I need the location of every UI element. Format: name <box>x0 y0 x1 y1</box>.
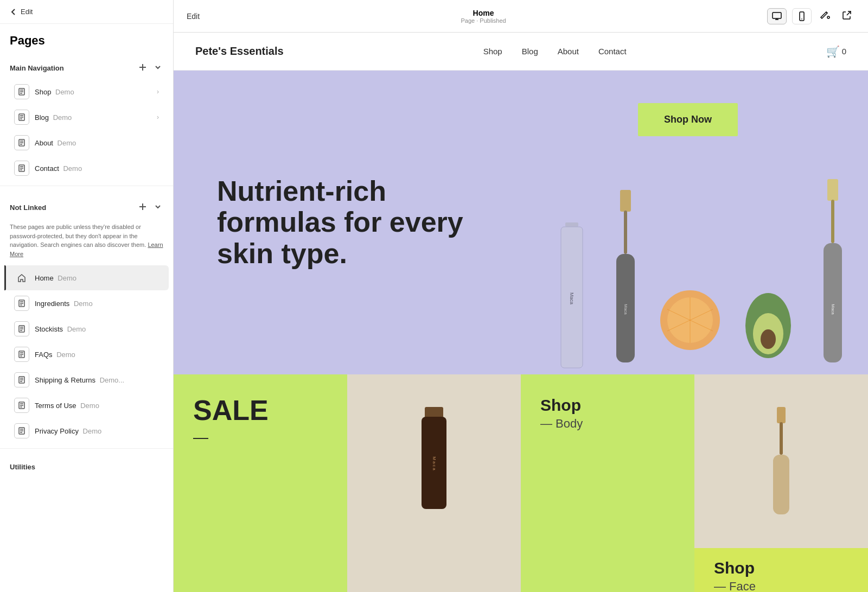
shop-body-cell: Shop — Body <box>521 374 694 548</box>
product-grid-section: SALE — Maca Shop — Body <box>174 374 868 548</box>
nav-item-stockists[interactable]: Stockists Demo <box>4 316 169 341</box>
product-grid-section-2: Shop — Face <box>174 548 868 592</box>
nav-item-faqs-demo: Demo <box>56 351 75 359</box>
not-linked-section-header: Not Linked <box>0 193 173 218</box>
svg-line-50 <box>847 11 851 15</box>
hero-products: Maca Maca <box>550 81 852 374</box>
svg-rect-67 <box>831 200 834 243</box>
svg-rect-75 <box>773 455 789 514</box>
design-button[interactable] <box>817 7 833 25</box>
main-nav-actions <box>137 62 163 74</box>
nav-item-ingredients-label: Ingredients <box>35 300 69 308</box>
nav-item-blog-demo: Demo <box>53 113 72 122</box>
svg-rect-68 <box>824 243 842 362</box>
nav-link-about[interactable]: About <box>558 47 579 56</box>
page-title: Pages <box>0 24 173 53</box>
nav-item-stockists-label: Stockists <box>35 325 63 333</box>
site-logo: Pete's Essentials <box>195 45 284 58</box>
svg-text:Maca: Maca <box>432 456 437 472</box>
empty-cell-1 <box>174 548 347 592</box>
site-nav-links: Shop Blog About Contact <box>483 47 627 56</box>
nav-link-contact[interactable]: Contact <box>598 47 627 56</box>
site-cart[interactable]: 🛒 0 <box>826 45 846 58</box>
external-link-button[interactable] <box>839 7 855 25</box>
nav-item-blog[interactable]: Blog Demo › <box>4 105 169 130</box>
page-icon <box>14 84 29 99</box>
shop-body-title: Shop <box>540 396 675 415</box>
back-button[interactable]: Edit <box>10 8 33 16</box>
svg-text:Maca: Maca <box>831 304 835 315</box>
nav-item-faqs[interactable]: FAQs Demo <box>4 342 169 367</box>
nav-item-privacy-demo: Demo <box>83 427 102 435</box>
left-panel: Edit Pages Main Navigation <box>0 0 174 592</box>
nav-item-terms-demo: Demo <box>80 402 99 410</box>
nav-item-faqs-label: FAQs <box>35 351 53 359</box>
nav-item-privacy[interactable]: Privacy Policy Demo <box>4 418 169 443</box>
divider-1 <box>0 186 173 186</box>
sale-dash: — <box>193 429 328 446</box>
nav-item-home[interactable]: Home Demo <box>4 265 169 290</box>
svg-text:Maca: Maca <box>623 304 628 315</box>
not-linked-add-button[interactable] <box>137 201 148 214</box>
shop-face-text-cell: Shop — Face <box>694 548 868 592</box>
nav-item-ingredients-demo: Demo <box>74 300 93 308</box>
nav-item-terms-label: Terms of Use <box>35 402 76 410</box>
empty-cell-2 <box>347 548 521 592</box>
svg-rect-66 <box>827 179 838 201</box>
edit-button[interactable]: Edit <box>187 12 200 21</box>
product-image-cell-1: Maca <box>347 374 521 548</box>
sale-cell: SALE — <box>174 374 347 548</box>
nav-link-shop[interactable]: Shop <box>483 47 502 56</box>
nav-item-contact[interactable]: Contact Demo <box>4 156 169 181</box>
page-icon <box>14 110 29 125</box>
svg-point-49 <box>827 16 829 18</box>
not-linked-section: Not Linked These pages are public unless… <box>0 193 173 444</box>
preview-frame: Pete's Essentials Shop Blog About Contac… <box>174 33 868 592</box>
main-nav-collapse-button[interactable] <box>152 62 163 74</box>
nav-link-blog[interactable]: Blog <box>522 47 538 56</box>
hero-section: Nutrient-rich formulas for every skin ty… <box>174 71 868 374</box>
page-icon <box>14 423 29 438</box>
page-icon <box>14 135 29 150</box>
main-nav-add-button[interactable] <box>137 62 148 74</box>
nav-item-shipping[interactable]: Shipping & Returns Demo... <box>4 367 169 392</box>
toolbar-page-status: Page · Published <box>461 17 506 24</box>
site-nav: Pete's Essentials Shop Blog About Contac… <box>174 33 868 71</box>
divider-2 <box>0 448 173 449</box>
hero-headline: Nutrient-rich formulas for every skin ty… <box>217 176 499 269</box>
main-nav-section-header: Main Navigation <box>0 53 173 79</box>
mobile-view-button[interactable] <box>792 8 812 24</box>
page-icon <box>14 321 29 336</box>
shop-body-subtitle: — Body <box>540 417 675 431</box>
nav-item-about[interactable]: About Demo <box>4 130 169 155</box>
nav-item-home-label: Home <box>35 274 54 282</box>
desktop-view-button[interactable] <box>767 8 787 24</box>
nav-item-shop-arrow: › <box>157 88 159 96</box>
cart-icon: 🛒 <box>826 45 840 58</box>
not-linked-description: These pages are public unless they're di… <box>0 218 173 265</box>
back-label: Edit <box>21 8 33 16</box>
nav-item-shop[interactable]: Shop Demo › <box>4 79 169 104</box>
shop-face-subtitle: — Face <box>714 580 848 592</box>
learn-more-link[interactable]: Learn More <box>10 241 163 257</box>
nav-item-shipping-label: Shipping & Returns <box>35 376 95 384</box>
nav-item-about-label: About <box>35 139 53 147</box>
page-icon <box>14 372 29 387</box>
hero-bottle-1: Maca <box>550 201 593 374</box>
sale-title: SALE <box>193 396 328 424</box>
not-linked-collapse-button[interactable] <box>152 201 163 214</box>
page-icon <box>14 161 29 176</box>
body-product-image: Maca <box>410 407 458 515</box>
nav-item-ingredients[interactable]: Ingredients Demo <box>4 291 169 316</box>
face-product-image <box>765 407 797 515</box>
nav-item-shop-label: Shop <box>35 88 51 96</box>
svg-rect-73 <box>777 407 786 423</box>
top-toolbar: Edit Home Page · Published <box>174 0 868 33</box>
main-nav-label: Main Navigation <box>10 64 64 72</box>
nav-item-terms[interactable]: Terms of Use Demo <box>4 393 169 418</box>
toolbar-page-title: Home <box>461 9 506 17</box>
hero-text: Nutrient-rich formulas for every skin ty… <box>217 176 499 269</box>
nav-item-home-demo: Demo <box>58 274 76 282</box>
hero-bottle-2: Maca <box>607 190 644 374</box>
page-icon <box>14 347 29 362</box>
